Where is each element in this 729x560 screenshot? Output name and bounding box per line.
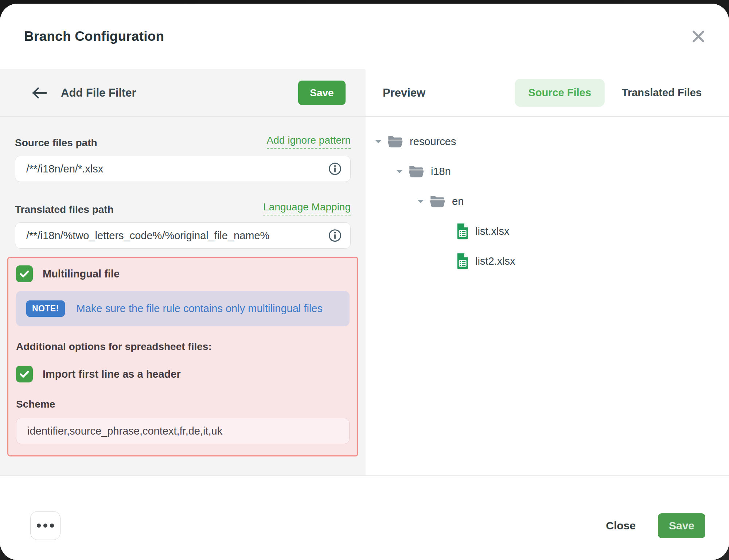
tree-row-list-xlsx[interactable]: list.xlsx (366, 216, 729, 246)
info-icon (328, 162, 342, 175)
file-tree: resources i18n (366, 117, 729, 276)
preview-header: Preview Source Files Translated Files (366, 69, 729, 117)
tree-node-label: list2.xlsx (475, 255, 515, 267)
tree-row-resources[interactable]: resources (366, 127, 729, 156)
multilingual-options-section: Multilingual file NOTE! Make sure the fi… (7, 257, 358, 456)
modal-backdrop: Branch Configuration Add File Filter Sa (0, 0, 729, 560)
ellipsis-icon (37, 524, 54, 528)
dialog-titlebar: Branch Configuration (0, 4, 729, 69)
filter-save-button[interactable]: Save (298, 81, 346, 105)
checkmark-icon (18, 268, 31, 280)
translated-files-path-label: Translated files path (15, 204, 114, 215)
caret-down-icon[interactable] (396, 169, 408, 174)
import-first-line-checkbox[interactable] (16, 366, 33, 382)
scheme-label: Scheme (16, 398, 350, 410)
info-icon (328, 229, 342, 242)
spreadsheet-options-label: Additional options for spreadsheet files… (16, 341, 350, 353)
footer-actions: Close Save (604, 511, 705, 540)
file-filter-form: Source files path Add ignore pattern Tra… (0, 117, 366, 475)
back-button[interactable] (31, 86, 48, 100)
multilingual-note: NOTE! Make sure the file rule contains o… (16, 291, 350, 326)
translated-files-path-input[interactable] (15, 230, 328, 242)
tab-source-files[interactable]: Source Files (515, 79, 604, 107)
note-badge: NOTE! (26, 300, 65, 317)
scheme-input[interactable] (16, 425, 349, 437)
folder-open-icon (408, 164, 425, 178)
tree-node-label: list.xlsx (475, 225, 509, 237)
dialog-footer: Close Save (0, 475, 729, 560)
dialog-body: Add File Filter Save Source files path A… (0, 69, 729, 475)
tree-node-label: resources (410, 136, 456, 148)
tree-row-en[interactable]: en (366, 186, 729, 216)
branch-configuration-dialog: Branch Configuration Add File Filter Sa (0, 4, 729, 560)
arrow-left-icon (31, 86, 48, 100)
caret-down-icon[interactable] (375, 139, 387, 144)
dialog-close-button[interactable]: Close (604, 519, 638, 532)
preview-tabs: Source Files Translated Files (515, 79, 702, 107)
tree-node-label: en (452, 195, 464, 207)
dialog-title: Branch Configuration (24, 29, 164, 44)
add-ignore-pattern-link[interactable]: Add ignore pattern (267, 135, 351, 149)
dialog-save-button[interactable]: Save (658, 513, 705, 538)
tree-row-i18n[interactable]: i18n (366, 156, 729, 186)
source-files-path-input[interactable] (15, 163, 328, 175)
spreadsheet-file-icon (456, 223, 469, 240)
preview-panel: Preview Source Files Translated Files (366, 69, 729, 475)
spreadsheet-file-icon (456, 253, 469, 270)
tab-translated-files[interactable]: Translated Files (622, 87, 702, 99)
panel-title: Add File Filter (61, 86, 136, 100)
preview-title: Preview (383, 86, 425, 100)
tree-row-list2-xlsx[interactable]: list2.xlsx (366, 246, 729, 276)
folder-open-icon (387, 135, 404, 148)
translated-path-info-button[interactable] (328, 229, 342, 242)
file-filter-panel: Add File Filter Save Source files path A… (0, 69, 366, 475)
note-text: Make sure the file rule contains only mu… (77, 303, 323, 315)
multilingual-file-checkbox[interactable] (16, 265, 33, 282)
folder-open-icon (429, 194, 446, 208)
import-first-line-label: Import first line as a header (43, 368, 181, 380)
multilingual-file-label: Multilingual file (43, 268, 120, 280)
more-options-button[interactable] (30, 511, 61, 540)
source-path-info-button[interactable] (328, 162, 342, 175)
tree-node-label: i18n (431, 166, 451, 178)
close-dialog-button[interactable] (690, 28, 707, 45)
scheme-field (16, 418, 350, 444)
checkmark-icon (18, 368, 31, 380)
close-icon (691, 29, 706, 44)
source-files-path-label: Source files path (15, 137, 97, 149)
file-filter-header: Add File Filter Save (0, 69, 366, 117)
language-mapping-link[interactable]: Language Mapping (263, 201, 351, 215)
caret-down-icon[interactable] (417, 199, 429, 204)
translated-files-path-field (15, 222, 351, 249)
source-files-path-field (15, 156, 351, 182)
